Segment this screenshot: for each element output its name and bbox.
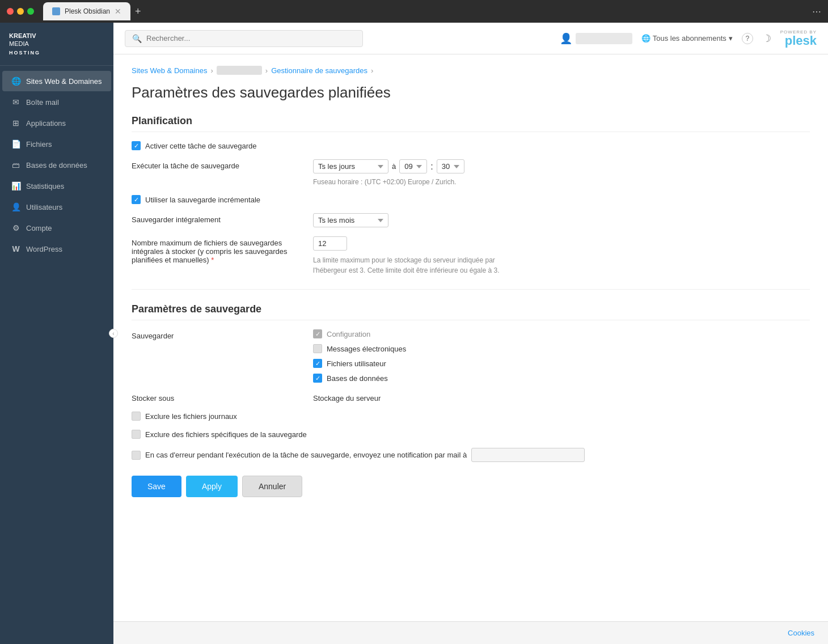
subscription-label: Tous les abonnements (653, 34, 726, 43)
app-layout: KREATIVMEDIAHOSTING 🌐 Sites Web & Domain… (0, 23, 828, 644)
cancel-button[interactable]: Annuler (242, 476, 302, 497)
breadcrumb-sep3: › (371, 66, 373, 75)
sidebar-item-account[interactable]: ⚙ Compte (2, 218, 111, 238)
files-checkbox[interactable] (313, 359, 322, 368)
email-checkbox[interactable] (313, 344, 322, 353)
search-box: 🔍 (125, 30, 363, 47)
section-divider (132, 289, 810, 290)
search-icon: 🔍 (132, 34, 142, 43)
help-icon[interactable]: ? (742, 33, 753, 44)
save-button[interactable]: Save (132, 476, 181, 497)
sidebar: KREATIVMEDIAHOSTING 🌐 Sites Web & Domain… (0, 23, 113, 644)
exclude-logs-checkbox[interactable] (132, 412, 141, 421)
subscription-selector[interactable]: 🌐 Tous les abonnements ▾ (641, 34, 733, 43)
config-checkbox[interactable] (313, 329, 322, 338)
error-email-input[interactable] (471, 448, 585, 462)
max-files-input[interactable] (313, 236, 347, 251)
sauvegarder-checkboxes: Configuration Messages électroniques Fic… (313, 329, 406, 383)
cookies-link[interactable]: Cookies (788, 629, 814, 637)
minute-select[interactable]: 30 00 15 45 (437, 159, 464, 173)
active-tab[interactable]: Plesk Obsidian ✕ (43, 2, 130, 20)
fullscreen-dot[interactable] (27, 8, 34, 15)
db-label: Bases de données (327, 374, 388, 383)
sidebar-item-label: Statistiques (26, 182, 64, 190)
full-backup-label: Sauvegarder intégralement (132, 213, 313, 224)
breadcrumb-sites[interactable]: Sites Web & Domaines (132, 66, 207, 75)
error-notify-label: En cas d'erreur pendant l'exécution de l… (145, 451, 467, 459)
sites-icon: 🌐 (11, 77, 20, 86)
db-checkbox[interactable] (313, 374, 322, 383)
incremental-row: Utiliser la sauvegarde incrémentale (132, 195, 810, 204)
full-backup-select[interactable]: Ts les mois Chaque semaine (313, 213, 388, 227)
sidebar-item-label: Sites Web & Domaines (26, 77, 102, 86)
incremental-checkbox[interactable] (132, 195, 141, 204)
full-backup-row: Sauvegarder intégralement Ts les mois Ch… (132, 213, 810, 227)
minimize-dot[interactable] (17, 8, 24, 15)
sidebar-item-files[interactable]: 📄 Fichiers (2, 134, 111, 154)
wordpress-icon: W (11, 244, 20, 253)
config-label: Configuration (327, 330, 370, 338)
apply-button[interactable]: Apply (186, 476, 238, 497)
files-icon: 📄 (11, 139, 20, 149)
window-controls (7, 8, 34, 15)
files-label: Fichiers utilisateur (327, 359, 386, 368)
sauvegarder-row: Sauvegarder Configuration Messages élect… (132, 329, 810, 383)
databases-icon: 🗃 (11, 160, 20, 170)
sidebar-item-label: Boîte mail (26, 98, 59, 107)
logo-text: KREATIVMEDIAHOSTING (9, 32, 104, 56)
error-notify-checkbox[interactable] (132, 451, 141, 460)
sidebar-collapse-button[interactable]: ‹ (109, 329, 118, 338)
incremental-label: Utiliser la sauvegarde incrémentale (145, 196, 260, 204)
footer: Cookies (113, 621, 828, 644)
breadcrumb-manager[interactable]: Gestionnaire de sauvegardes (271, 66, 367, 75)
max-files-label: Nombre maximum de fichiers de sauvegarde… (132, 236, 313, 264)
breadcrumb-domain[interactable] (217, 66, 262, 75)
section-params-title: Paramètres de sauvegarde (132, 303, 810, 320)
sidebar-logo: KREATIVMEDIAHOSTING (0, 23, 113, 66)
frequency-select[interactable]: Ts les jours Chaque semaine Chaque mois (313, 159, 388, 173)
breadcrumb-sep2: › (265, 66, 268, 75)
exclude-specific-row: Exclure des fichiers spécifiques de la s… (132, 430, 810, 439)
exclude-specific-label: Exclure des fichiers spécifiques de la s… (145, 430, 307, 439)
user-name-badge (576, 33, 632, 44)
tab-favicon (52, 7, 60, 15)
apps-icon: ⊞ (11, 118, 20, 128)
sidebar-item-apps[interactable]: ⊞ Applications (2, 113, 111, 133)
button-row: Save Apply Annuler (132, 476, 810, 497)
sidebar-item-label: Compte (26, 224, 52, 232)
exclude-logs-label: Exclure les fichiers journaux (145, 412, 237, 421)
stocker-value: Stockage du serveur (313, 392, 381, 402)
timezone-note: Fuseau horaire : (UTC +02:00) Europe / Z… (313, 178, 464, 186)
sidebar-item-databases[interactable]: 🗃 Bases de données (2, 155, 111, 175)
sidebar-item-label: WordPress (26, 245, 62, 253)
hour-select[interactable]: 09 (399, 159, 427, 173)
exclude-specific-checkbox[interactable] (132, 430, 141, 439)
sidebar-item-sites[interactable]: 🌐 Sites Web & Domaines (2, 71, 111, 91)
sidebar-item-label: Fichiers (26, 140, 52, 149)
config-row: Configuration (313, 329, 406, 338)
topbar: 🔍 👤 🌐 Tous les abonnements ▾ ? ☽ POWERED… (113, 23, 828, 54)
sidebar-item-label: Bases de données (26, 161, 87, 170)
close-dot[interactable] (7, 8, 14, 15)
at-label: à (392, 162, 396, 171)
new-tab-button[interactable]: + (135, 6, 141, 18)
sidebar-item-mail[interactable]: ✉ Boîte mail (2, 92, 111, 112)
sidebar-item-stats[interactable]: 📊 Statistiques (2, 176, 111, 196)
page-title: Paramètres des sauvegardes planifiées (132, 84, 810, 101)
email-row: Messages électroniques (313, 344, 406, 353)
required-star: * (211, 256, 214, 264)
breadcrumb: Sites Web & Domaines › › Gestionnaire de… (132, 66, 810, 75)
content-area: 🔍 👤 🌐 Tous les abonnements ▾ ? ☽ POWERED… (113, 23, 828, 644)
sidebar-item-users[interactable]: 👤 Utilisateurs (2, 197, 111, 217)
max-files-info: La limite maximum pour le stockage du se… (313, 255, 499, 276)
moon-icon[interactable]: ☽ (762, 32, 771, 45)
sidebar-item-wordpress[interactable]: W WordPress (2, 239, 111, 259)
execute-controls: Ts les jours Chaque semaine Chaque mois … (313, 159, 464, 173)
search-input[interactable] (146, 34, 356, 43)
activate-checkbox[interactable] (132, 141, 141, 150)
activate-row: Activer cette tâche de sauvegarde (132, 141, 810, 150)
account-icon: ⚙ (11, 223, 20, 232)
tab-close-button[interactable]: ✕ (115, 7, 121, 16)
topbar-right: 👤 🌐 Tous les abonnements ▾ ? ☽ POWERED B… (560, 29, 817, 47)
user-profile-icon: 👤 (560, 32, 572, 45)
